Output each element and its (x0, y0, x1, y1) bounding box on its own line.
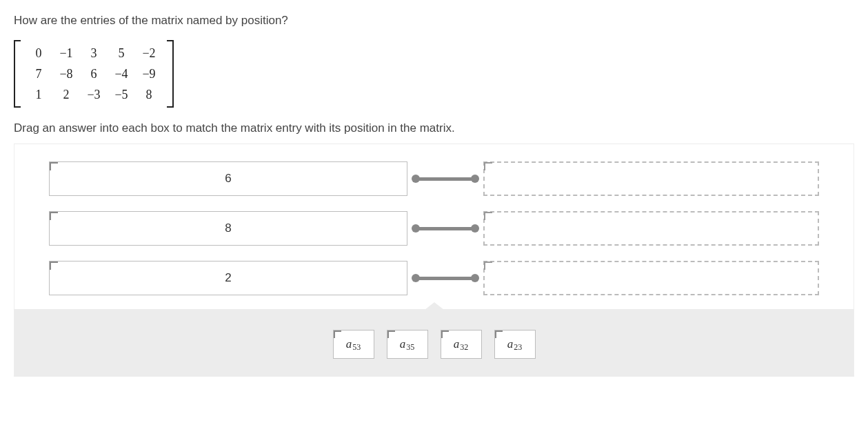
choice-base: a (346, 337, 352, 351)
matrix: 0 −1 3 5 −2 7 −8 6 −4 −9 1 2 −3 −5 8 (14, 40, 174, 108)
drop-target[interactable] (483, 161, 819, 196)
instruction-text: Drag an answer into each box to match th… (14, 121, 854, 135)
connector-line (415, 227, 476, 230)
matrix-cell: 8 (135, 84, 163, 105)
match-value-box: 8 (49, 211, 407, 246)
choice-base: a (507, 337, 514, 351)
match-row: 8 (49, 211, 819, 246)
matrix-cell: 5 (108, 43, 135, 63)
connector-line (415, 177, 476, 181)
choice-sub: 32 (460, 342, 468, 353)
match-value: 2 (225, 271, 231, 285)
connector-line (415, 277, 476, 280)
matrix-cell: −3 (80, 84, 108, 105)
matrix-row: 1 2 −3 −5 8 (25, 84, 163, 105)
match-row: 6 (49, 161, 819, 196)
matrix-body: 0 −1 3 5 −2 7 −8 6 −4 −9 1 2 −3 −5 8 (21, 40, 167, 108)
choice-sub: 53 (352, 342, 361, 353)
connector (407, 177, 483, 181)
matrix-row: 7 −8 6 −4 −9 (25, 63, 163, 84)
choice-tile[interactable]: a53 (333, 330, 374, 359)
matrix-cell: −1 (52, 43, 80, 63)
matrix-cell: −4 (108, 63, 135, 84)
match-panel: 6 8 2 a53 (14, 144, 854, 377)
matrix-cell: 2 (52, 84, 80, 105)
choice-base: a (400, 337, 406, 351)
matrix-cell: 6 (80, 63, 108, 84)
connector (407, 226, 483, 230)
matrix-cell: 3 (80, 43, 108, 63)
matrix-row: 0 −1 3 5 −2 (25, 43, 163, 63)
matrix-cell: −9 (135, 63, 163, 84)
choice-base: a (454, 337, 460, 351)
matrix-cell: −2 (135, 43, 163, 63)
matrix-bracket-left (14, 40, 21, 108)
matrix-bracket-right (167, 40, 174, 108)
matrix-cell: 0 (25, 43, 52, 63)
matrix-cell: −5 (108, 84, 135, 105)
match-value: 6 (225, 172, 231, 186)
choice-sub: 23 (514, 342, 522, 353)
choice-sub: 35 (406, 342, 414, 353)
choice-tile[interactable]: a35 (387, 330, 428, 359)
drop-target[interactable] (483, 211, 819, 246)
match-value-box: 2 (49, 261, 407, 295)
matrix-cell: 1 (25, 84, 52, 105)
choice-tile[interactable]: a32 (441, 330, 482, 359)
match-row: 2 (49, 261, 819, 295)
choice-tile[interactable]: a23 (494, 330, 536, 359)
match-value-box: 6 (49, 161, 407, 196)
question-text: How are the entries of the matrix named … (14, 14, 854, 28)
choices-area: a53 a35 a32 a23 (14, 309, 854, 376)
connector (407, 276, 483, 280)
matrix-cell: 7 (25, 63, 52, 84)
drop-target[interactable] (483, 261, 819, 295)
match-value: 8 (225, 221, 231, 235)
match-rows: 6 8 2 (14, 144, 854, 309)
matrix-cell: −8 (52, 63, 80, 84)
